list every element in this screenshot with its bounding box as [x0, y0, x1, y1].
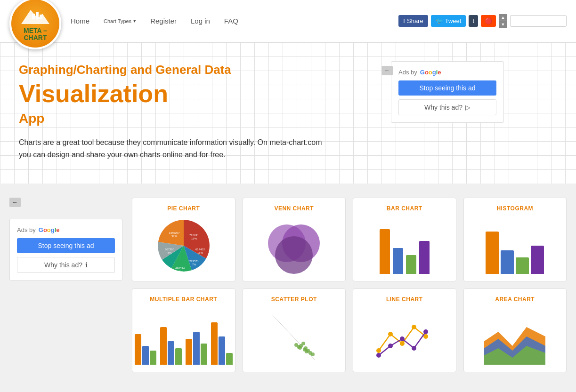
svg-marker-0 — [21, 10, 49, 24]
svg-rect-3 — [40, 15, 42, 19]
ads-label-left: Ads by — [17, 226, 36, 233]
why-ad-icon-left: ℹ — [85, 261, 88, 269]
svg-text:13%: 13% — [177, 270, 183, 273]
svg-point-29 — [311, 352, 315, 356]
logo-icon — [19, 5, 52, 26]
line-chart-visual — [372, 308, 438, 365]
chart-card-scatter[interactable]: SCATTER PLOT — [243, 288, 346, 372]
bar-chart-visual — [372, 217, 438, 274]
svg-point-18 — [275, 236, 313, 274]
svg-text:37%: 37% — [171, 235, 178, 238]
histogram-label: HISTOGRAM — [496, 205, 533, 212]
hero-title-big: Visualization — [19, 80, 168, 107]
hero-title-part2: App — [19, 111, 44, 126]
hero-content: Graphing/Charting and General Data Visua… — [19, 61, 372, 165]
ad-box-left: Ads by Google Stop seeing this ad Why th… — [9, 219, 122, 280]
svg-text:307380: 307380 — [165, 248, 175, 251]
nav-login[interactable]: Log in — [191, 17, 210, 25]
hero-title-part1: Graphing/Charting and General Data — [19, 63, 231, 77]
svg-point-39 — [412, 346, 416, 351]
svg-point-32 — [388, 332, 393, 336]
svg-text:279571: 279571 — [189, 260, 199, 263]
pie-chart-label: PIE CHART — [167, 205, 200, 212]
bar-chart-label: BAR CHART — [387, 205, 422, 212]
chart-card-pie[interactable]: PIE CHART — [132, 198, 235, 281]
facebook-icon: f — [403, 17, 405, 24]
why-ad-button-hero[interactable]: Why this ad? ▷ — [398, 99, 496, 115]
area-chart-visual — [482, 308, 548, 365]
why-ad-icon-hero: ▷ — [465, 104, 471, 111]
nav-chart-types[interactable]: Chart Types ▾ — [104, 18, 136, 24]
google-logo-left: Google — [39, 226, 60, 233]
hero-description: Charts are a great tool because they com… — [19, 136, 325, 160]
nav-faq[interactable]: FAQ — [224, 17, 238, 25]
area-chart-label: AREA CHART — [495, 296, 535, 303]
why-ad-button-left[interactable]: Why this ad? ℹ — [17, 257, 115, 273]
svg-rect-1 — [32, 14, 35, 19]
header-input[interactable] — [510, 15, 567, 27]
chart-card-histogram[interactable]: HISTOGRAM — [463, 198, 567, 281]
svg-text:19%: 19% — [191, 237, 197, 240]
chart-card-venn[interactable]: VENN CHART — [243, 198, 346, 281]
venn-chart-label: VENN CHART — [274, 205, 314, 212]
svg-point-33 — [400, 341, 405, 346]
scatter-chart-visual — [261, 308, 327, 365]
logo-text: META –CHART — [24, 27, 47, 42]
hero-section: Graphing/Charting and General Data Visua… — [0, 42, 576, 184]
ad-box-hero: Ads by Google Stop seeing this ad Why th… — [391, 61, 504, 123]
svg-point-27 — [294, 343, 298, 347]
scatter-chart-label: SCATTER PLOT — [271, 296, 317, 303]
chart-card-line[interactable]: LINE CHART — [353, 288, 456, 372]
twitter-icon: 🐦 — [436, 17, 443, 24]
svg-point-37 — [388, 344, 393, 348]
reddit-button[interactable]: 🔴 — [481, 15, 496, 27]
svg-point-30 — [298, 346, 302, 350]
chart-card-area[interactable]: AREA CHART — [463, 288, 567, 372]
pie-chart-visual: 726631 19% 614452 16% 279571 7% 490534 1… — [151, 217, 217, 274]
venn-chart-visual — [261, 217, 327, 274]
svg-text:8%: 8% — [167, 251, 171, 254]
hero-ad: ← Ads by Google Stop seeing this ad Why … — [391, 61, 504, 165]
ad-collapse-button[interactable]: ← — [381, 66, 393, 75]
svg-rect-2 — [36, 12, 39, 19]
nav-register[interactable]: Register — [150, 17, 177, 25]
chart-card-bar[interactable]: BAR CHART — [353, 198, 456, 281]
svg-point-22 — [301, 342, 305, 345]
stop-ad-button-left[interactable]: Stop seeing this ad — [17, 238, 115, 253]
ads-label-hero: Ads by — [398, 69, 417, 76]
multibar-chart-visual — [151, 308, 217, 365]
updown-buttons: ▲ ▼ — [499, 14, 507, 28]
chart-card-multibar[interactable]: MULTIPLE BAR CHART — [132, 288, 235, 372]
tumblr-button[interactable]: t — [469, 15, 478, 27]
svg-point-34 — [412, 325, 416, 329]
nav-home[interactable]: Home — [71, 17, 89, 25]
down-button[interactable]: ▼ — [499, 21, 507, 28]
svg-point-31 — [376, 348, 381, 353]
left-ad: ← Ads by Google Stop seeing this ad Why … — [9, 198, 122, 372]
svg-text:1380207: 1380207 — [169, 232, 180, 234]
up-button[interactable]: ▲ — [499, 14, 507, 21]
charts-grid: PIE CHART — [132, 198, 567, 372]
svg-point-36 — [376, 353, 381, 358]
line-chart-label: LINE CHART — [386, 296, 423, 303]
hero-title: Graphing/Charting and General Data Visua… — [19, 61, 372, 127]
ad-header-left: Ads by Google — [17, 226, 115, 233]
svg-text:614452: 614452 — [195, 248, 205, 251]
svg-text:726631: 726631 — [189, 234, 199, 237]
svg-text:490534: 490534 — [175, 267, 185, 270]
nav: Home Chart Types ▾ Register Log in FAQ — [71, 17, 398, 25]
svg-text:7%: 7% — [192, 263, 196, 266]
main-content: ← Ads by Google Stop seeing this ad Why … — [0, 184, 576, 386]
histogram-visual — [482, 217, 548, 274]
logo[interactable]: META –CHART — [9, 0, 61, 49]
header: META –CHART Home Chart Types ▾ Register … — [0, 0, 576, 42]
stop-ad-button-hero[interactable]: Stop seeing this ad — [398, 80, 496, 96]
svg-point-40 — [423, 329, 428, 334]
multibar-chart-label: MULTIPLE BAR CHART — [150, 296, 217, 303]
svg-point-38 — [400, 336, 405, 341]
left-ad-collapse-button[interactable]: ← — [9, 198, 21, 207]
facebook-share-button[interactable]: f Share — [398, 15, 428, 27]
svg-point-28 — [305, 350, 308, 353]
header-social: f Share 🐦 Tweet t 🔴 ▲ ▼ — [398, 14, 567, 28]
twitter-tweet-button[interactable]: 🐦 Tweet — [431, 15, 466, 27]
